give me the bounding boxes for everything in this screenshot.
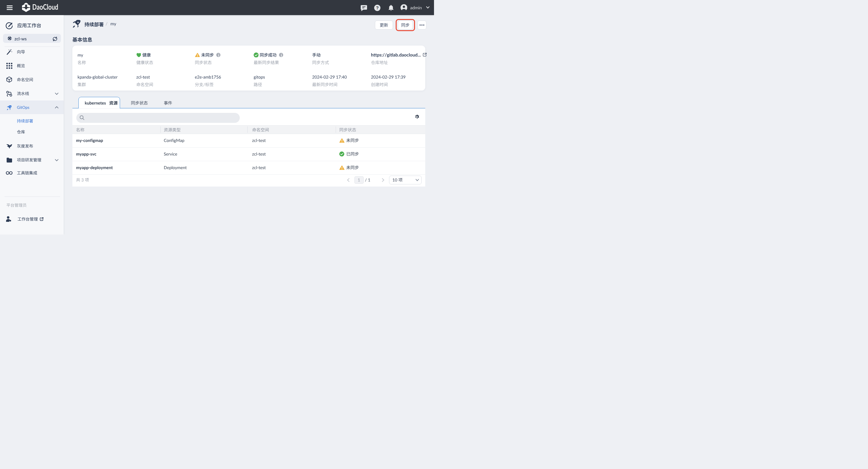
svg-text:?: ? [376,5,378,10]
